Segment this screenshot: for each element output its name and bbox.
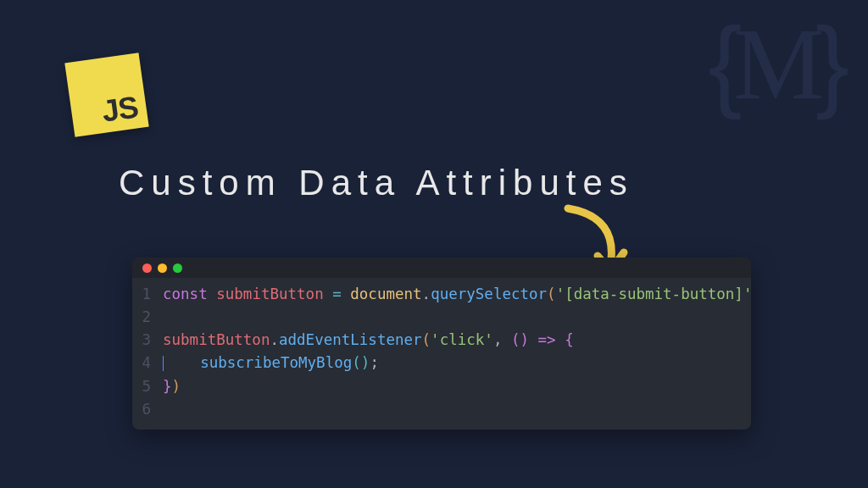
code-line: 2 xyxy=(132,306,751,329)
brace-right-icon: } xyxy=(815,6,841,119)
code-block: 1 const submitButton = document.querySel… xyxy=(132,278,751,430)
code-content: }) xyxy=(163,375,181,398)
code-line: 6 xyxy=(132,398,751,421)
js-logo: JS xyxy=(64,53,148,136)
code-line: 1 const submitButton = document.querySel… xyxy=(132,283,751,306)
code-content: const submitButton = document.querySelec… xyxy=(163,283,751,306)
code-content: submitButton.addEventListener('click', (… xyxy=(163,329,574,352)
line-number: 6 xyxy=(132,398,163,421)
watermark-logo: {M} xyxy=(708,12,841,115)
brace-left-icon: { xyxy=(708,6,733,119)
code-editor: 1 const submitButton = document.querySel… xyxy=(132,258,751,430)
line-number: 2 xyxy=(132,306,163,329)
line-number: 4 xyxy=(132,352,163,374)
line-number: 1 xyxy=(132,283,163,306)
page-title: Custom Data Attributes xyxy=(119,163,634,203)
minimize-icon[interactable] xyxy=(158,263,167,273)
js-logo-text: JS xyxy=(100,89,140,129)
close-icon[interactable] xyxy=(142,263,152,273)
code-line: 4 subscribeToMyBlog(); xyxy=(132,352,751,374)
window-titlebar xyxy=(132,258,751,278)
watermark-letter: M xyxy=(733,8,815,120)
line-number: 5 xyxy=(132,375,163,398)
cursor-icon xyxy=(163,356,164,371)
line-number: 3 xyxy=(132,329,163,352)
maximize-icon[interactable] xyxy=(173,263,182,273)
code-line: 5 }) xyxy=(132,375,751,398)
code-content: subscribeToMyBlog(); xyxy=(163,352,379,374)
code-line: 3 submitButton.addEventListener('click',… xyxy=(132,329,751,352)
